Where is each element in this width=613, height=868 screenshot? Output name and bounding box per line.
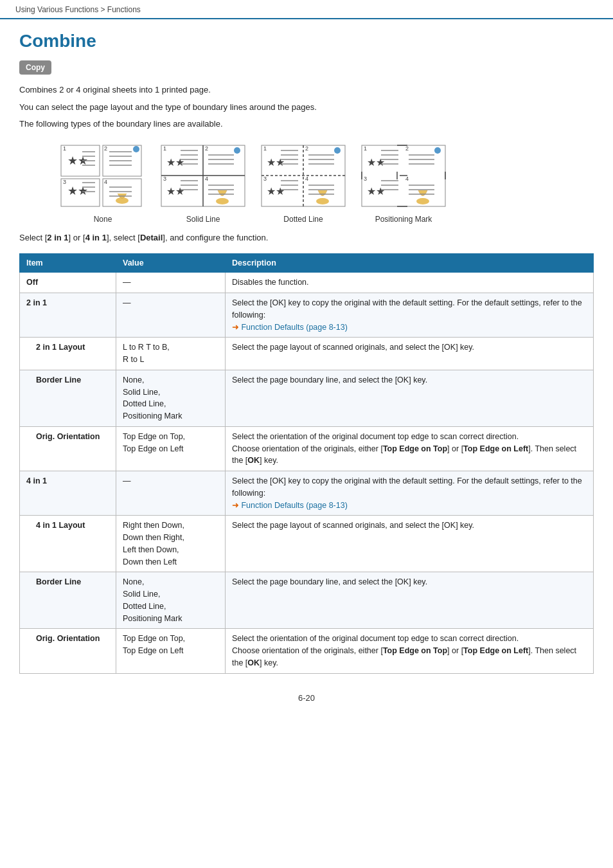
- function-defaults-link-1[interactable]: Function Defaults (page 8-13): [232, 323, 348, 332]
- diagram-row: ★★ 1 2 ★★: [58, 142, 594, 224]
- svg-point-59: [334, 147, 341, 154]
- row-desc-border-4in1: Select the page boundary line, and selec…: [226, 572, 594, 629]
- svg-text:★★: ★★: [67, 185, 88, 197]
- svg-text:1: 1: [263, 145, 267, 152]
- svg-text:★★: ★★: [166, 157, 184, 168]
- row-desc-2in1: Select the [OK] key to copy the original…: [226, 293, 594, 338]
- row-desc-border-2in1: Select the page boundary line, and selec…: [226, 370, 594, 426]
- svg-text:1: 1: [63, 145, 66, 152]
- svg-text:★★: ★★: [166, 186, 184, 197]
- svg-text:4: 4: [405, 176, 409, 182]
- svg-point-45: [216, 198, 229, 204]
- svg-text:3: 3: [364, 176, 367, 182]
- svg-point-8: [133, 146, 139, 152]
- diagram-label-none: None: [94, 215, 112, 224]
- svg-text:3: 3: [263, 176, 267, 182]
- table-row: 2 in 1 Layout L to R T to B, R to L Sele…: [20, 338, 594, 370]
- svg-text:2: 2: [205, 145, 208, 152]
- svg-text:4: 4: [104, 179, 107, 185]
- row-item-orig-4in1: Orig. Orientation: [20, 629, 116, 673]
- table-header-item: Item: [20, 254, 116, 273]
- select-instruction: Select [2 in 1] or [4 in 1], select [Det…: [19, 231, 594, 245]
- svg-text:2: 2: [305, 145, 308, 152]
- diagram-label-positioning: Positioning Mark: [375, 215, 432, 224]
- table-row: 4 in 1 — Select the [OK] key to copy the…: [20, 471, 594, 516]
- row-item-orig-2in1: Orig. Orientation: [20, 426, 116, 471]
- svg-text:1: 1: [163, 145, 166, 152]
- row-item-border-4in1: Border Line: [20, 572, 116, 629]
- svg-text:★★: ★★: [267, 186, 285, 197]
- row-item-2in1-layout: 2 in 1 Layout: [20, 338, 116, 370]
- row-desc-orig-2in1: Select the orientation of the original d…: [226, 426, 594, 471]
- row-desc-4in1: Select the [OK] key to copy the original…: [226, 471, 594, 516]
- row-desc-2in1-layout: Select the page layout of scanned origin…: [226, 338, 594, 370]
- row-value-border-4in1: None, Solid Line, Dotted Line, Positioni…: [116, 572, 226, 629]
- row-value-4in1-layout: Right then Down, Down then Right, Left t…: [116, 516, 226, 572]
- breadcrumb: Using Various Functions > Functions: [0, 0, 613, 19]
- diagram-positioning: ★★ 1 2 ★★ 3 4: [359, 142, 449, 224]
- page-title: Combine: [19, 31, 594, 51]
- table-row: 2 in 1 — Select the [OK] key to copy the…: [20, 293, 594, 338]
- function-defaults-link-2[interactable]: Function Defaults (page 8-13): [232, 501, 348, 510]
- intro-line-2: You can select the page layout and the t…: [19, 101, 594, 114]
- svg-text:2: 2: [405, 145, 409, 152]
- svg-point-87: [434, 147, 441, 154]
- table-row: Border Line None, Solid Line, Dotted Lin…: [20, 370, 594, 426]
- row-item-border-2in1: Border Line: [20, 370, 116, 426]
- copy-badge: Copy: [19, 60, 51, 75]
- intro-line-1: Combines 2 or 4 original sheets into 1 p…: [19, 84, 594, 96]
- row-value-orig-4in1: Top Edge on Top, Top Edge on Left: [116, 629, 226, 673]
- diagram-none: ★★ 1 2 ★★: [58, 142, 148, 224]
- table-row: Off — Disables the function.: [20, 273, 594, 293]
- svg-text:★★: ★★: [267, 157, 285, 168]
- row-item-4in1: 4 in 1: [20, 471, 116, 516]
- svg-text:2: 2: [104, 145, 107, 152]
- row-desc-4in1-layout: Select the page layout of scanned origin…: [226, 516, 594, 572]
- row-value-4in1: —: [116, 471, 226, 516]
- svg-text:3: 3: [63, 179, 66, 185]
- row-desc-off: Disables the function.: [226, 273, 594, 293]
- row-item-2in1: 2 in 1: [20, 293, 116, 338]
- row-value-2in1-layout: L to R T to B, R to L: [116, 338, 226, 370]
- svg-point-97: [416, 198, 429, 204]
- svg-text:4: 4: [205, 176, 208, 182]
- table-row: Border Line None, Solid Line, Dotted Lin…: [20, 572, 594, 629]
- combine-table: Item Value Description Off — Disables th…: [19, 253, 594, 673]
- table-header-description: Description: [226, 254, 594, 273]
- row-value-2in1: —: [116, 293, 226, 338]
- svg-point-35: [234, 147, 240, 154]
- breadcrumb-text: Using Various Functions > Functions: [15, 5, 141, 14]
- table-row: Orig. Orientation Top Edge on Top, Top E…: [20, 629, 594, 673]
- table-header-value: Value: [116, 254, 226, 273]
- table-row: 4 in 1 Layout Right then Down, Down then…: [20, 516, 594, 572]
- svg-point-69: [316, 198, 329, 204]
- row-item-off: Off: [20, 273, 116, 293]
- svg-text:4: 4: [305, 176, 308, 182]
- row-value-off: —: [116, 273, 226, 293]
- svg-text:★★: ★★: [367, 157, 385, 168]
- row-value-border-2in1: None, Solid Line, Dotted Line, Positioni…: [116, 370, 226, 426]
- svg-text:1: 1: [364, 145, 367, 152]
- diagram-label-solid: Solid Line: [186, 215, 220, 224]
- svg-text:★★: ★★: [367, 186, 385, 197]
- row-item-4in1-layout: 4 in 1 Layout: [20, 516, 116, 572]
- diagram-dotted: ★★ 1 2 ★★ 3 4: [258, 142, 348, 224]
- page-footer: 6-20: [19, 693, 594, 703]
- diagram-label-dotted: Dotted Line: [283, 215, 323, 224]
- row-value-orig-2in1: Top Edge on Top, Top Edge on Left: [116, 426, 226, 471]
- table-row: Orig. Orientation Top Edge on Top, Top E…: [20, 426, 594, 471]
- svg-text:3: 3: [163, 176, 166, 182]
- intro-line-3: The following types of the boundary line…: [19, 118, 594, 131]
- diagram-solid: ★★ 1 2 ★★ 3 4: [158, 142, 248, 224]
- row-desc-orig-4in1: Select the orientation of the original d…: [226, 629, 594, 673]
